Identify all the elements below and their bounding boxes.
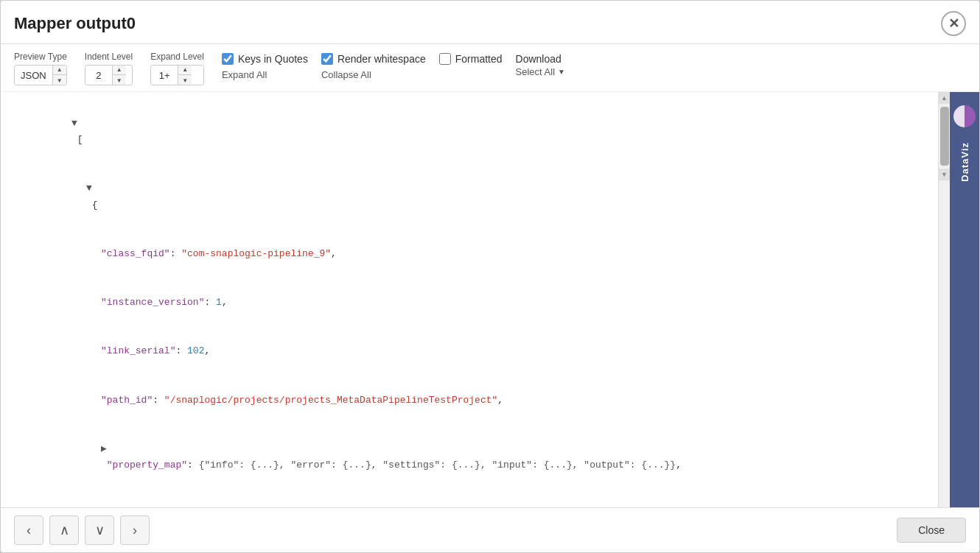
preview-type-label: Preview Type (14, 52, 67, 62)
scroll-up-arrow[interactable]: ▲ (939, 92, 951, 104)
json-wrapper: ▼ [ ▼ { "class_fqid": "com-snaplogic-pip… (1, 92, 950, 507)
select-all-row: Select All ▼ (516, 66, 565, 77)
dataviz-sidebar[interactable]: DataViz (950, 92, 979, 507)
toggle-1[interactable]: ▼ (86, 180, 97, 197)
content-area: ▼ [ ▼ { "class_fqid": "com-snaplogic-pip… (1, 92, 979, 507)
json-line-0: ▼ [ (14, 99, 925, 164)
indent-level-spinner[interactable]: 2 ▲ ▼ (85, 65, 133, 85)
dialog: Mapper output0 ✕ Preview Type JSON ▲ ▼ I… (0, 0, 980, 553)
preview-type-group: Preview Type JSON ▲ ▼ (14, 52, 67, 85)
toggle-6[interactable]: ▶ (101, 441, 111, 457)
render-whitespace-label: Render whitespace (337, 53, 426, 65)
indent-level-down[interactable]: ▼ (113, 75, 126, 85)
brace-0: [ (71, 134, 83, 145)
keys-in-quotes-label: Keys in Quotes (238, 53, 308, 65)
render-whitespace-checkbox[interactable] (321, 53, 333, 65)
indent-level-label: Indent Level (85, 52, 133, 62)
nav-buttons: ‹ ∧ ∨ › (14, 515, 150, 545)
expand-all-link[interactable]: Expand All (222, 69, 267, 80)
nav-next-button[interactable]: › (120, 515, 150, 545)
download-row: Download (516, 53, 561, 65)
download-item: Download Select All ▼ (516, 53, 565, 77)
dataviz-label: DataViz (959, 142, 970, 182)
keys-in-quotes-checkbox[interactable] (222, 53, 234, 65)
preview-type-down[interactable]: ▼ (53, 75, 66, 85)
indent-level-arrows: ▲ ▼ (112, 65, 126, 85)
json-line-6: ▶ "property_map": {"info": {...}, "error… (14, 425, 925, 490)
render-whitespace-item: Render whitespace Collapse All (321, 53, 426, 80)
bottom-bar: ‹ ∧ ∨ › Close (1, 507, 979, 552)
brace-1: { (86, 200, 98, 211)
download-label[interactable]: Download (516, 53, 561, 65)
formatted-item: Formatted (439, 53, 503, 65)
json-line-1: ▼ { (14, 164, 925, 229)
render-whitespace-row: Render whitespace (321, 53, 426, 65)
checkboxes-group: Keys in Quotes Expand All Render whitesp… (222, 52, 565, 80)
preview-type-spinner[interactable]: JSON ▲ ▼ (14, 65, 67, 85)
expand-level-value: 1+ (151, 70, 178, 81)
scroll-thumb[interactable] (940, 107, 949, 166)
select-all-dropdown-icon[interactable]: ▼ (558, 68, 565, 76)
nav-prev-button[interactable]: ‹ (14, 515, 43, 545)
keys-in-quotes-row: Keys in Quotes (222, 53, 308, 65)
toggle-0[interactable]: ▼ (71, 116, 82, 132)
close-bottom-button[interactable]: Close (897, 518, 966, 543)
expand-level-up[interactable]: ▲ (178, 65, 192, 75)
expand-level-label: Expand Level (150, 52, 204, 62)
indent-level-group: Indent Level 2 ▲ ▼ (85, 52, 133, 85)
nav-down-button[interactable]: ∨ (85, 515, 114, 545)
collapse-all-link[interactable]: Collapse All (321, 69, 371, 80)
indent-level-up[interactable]: ▲ (113, 65, 126, 75)
formatted-label: Formatted (455, 53, 503, 65)
json-line-4: "link_serial": 102, (14, 327, 925, 376)
expand-level-group: Expand Level 1+ ▲ ▼ (150, 52, 204, 85)
dataviz-icon (953, 105, 976, 127)
json-line-3: "instance_version": 1, (14, 278, 925, 327)
preview-type-value: JSON (15, 70, 52, 81)
scroll-down-arrow[interactable]: ▼ (939, 169, 951, 180)
formatted-row: Formatted (439, 53, 503, 65)
close-x-button[interactable]: ✕ (941, 11, 966, 36)
json-line-7: ▶ "render_map": {"scale_ratio": 1, "pan_… (14, 490, 925, 507)
json-panel[interactable]: ▼ [ ▼ { "class_fqid": "com-snaplogic-pip… (1, 92, 938, 507)
formatted-checkbox[interactable] (439, 53, 451, 65)
preview-type-arrows: ▲ ▼ (52, 65, 66, 85)
expand-level-arrows: ▲ ▼ (178, 65, 192, 85)
preview-type-up[interactable]: ▲ (53, 65, 66, 75)
json-line-2: "class_fqid": "com-snaplogic-pipeline_9"… (14, 230, 925, 278)
dialog-title: Mapper output0 (14, 14, 136, 33)
nav-up-button[interactable]: ∧ (49, 515, 79, 545)
json-scrollbar: ▲ ▼ (938, 92, 950, 507)
title-bar: Mapper output0 ✕ (1, 1, 979, 44)
keys-in-quotes-item: Keys in Quotes Expand All (222, 53, 308, 80)
indent-level-value: 2 (85, 70, 112, 81)
expand-level-spinner[interactable]: 1+ ▲ ▼ (150, 65, 204, 85)
json-line-5: "path_id": "/snaplogic/projects/projects… (14, 376, 925, 425)
toolbar: Preview Type JSON ▲ ▼ Indent Level 2 ▲ ▼ (1, 44, 979, 92)
expand-level-down[interactable]: ▼ (178, 75, 192, 85)
select-all-label[interactable]: Select All (516, 66, 555, 77)
